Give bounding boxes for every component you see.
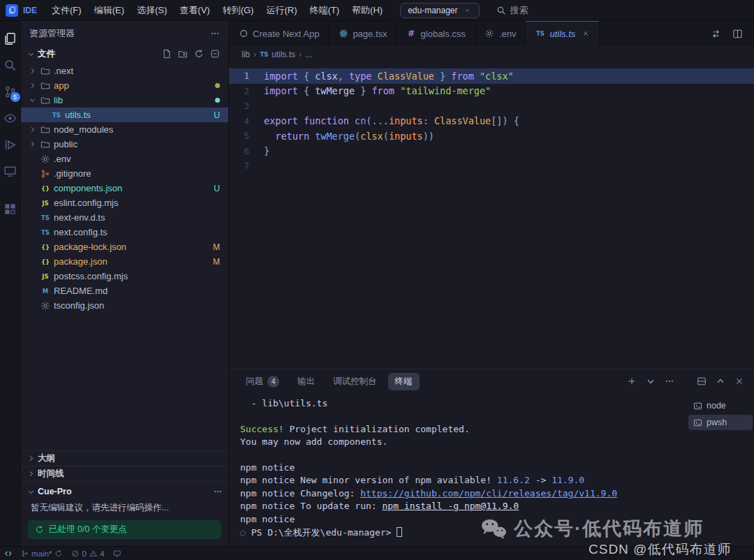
json-icon: {} [40,185,51,192]
panel-tab-output[interactable]: 输出 [290,373,322,390]
tree-item-lib[interactable]: lib [21,93,228,108]
sidebar-title: 资源管理器 [29,27,75,40]
remote-indicator[interactable] [4,550,13,558]
terminal-instance-node[interactable]: node [688,398,753,413]
tree-item-readme-md[interactable]: MREADME.md [21,283,228,298]
activity-run-debug[interactable] [0,133,21,157]
panel-tab-debug-console[interactable]: 调试控制台 [326,373,384,390]
project-selector[interactable]: edu-manager [400,3,479,18]
refresh-icon[interactable] [194,49,204,59]
remote-explorer-icon [3,165,17,178]
code-editor[interactable]: 1import { clsx, type ClassValue } from "… [229,63,754,369]
tree-item-app[interactable]: app [21,78,228,93]
close-icon[interactable] [582,29,590,38]
menu-go[interactable]: 转到(G) [216,3,260,18]
app-logo[interactable] [6,4,18,17]
code-line-7[interactable]: 7 [229,159,754,174]
menu-terminal[interactable]: 终端(T) [303,3,346,18]
global-search[interactable]: 搜索 [496,4,528,17]
git-status-badge: M [213,257,220,267]
tree-item-gitignore[interactable]: .gitignore [21,166,228,181]
files-section-header[interactable]: 文件 [21,45,228,62]
more-icon[interactable] [665,376,674,386]
compare-changes-icon[interactable] [711,29,721,39]
breadcrumb-item[interactable]: TSutils.ts [260,50,295,59]
activity-preview[interactable] [0,106,21,131]
terminal-instance-pwsh[interactable]: pwsh [688,415,753,430]
tree-item-tsconfig-json[interactable]: tsconfig.json [21,298,228,313]
tree-item-env[interactable]: .env [21,152,228,166]
preview-icon [238,29,249,38]
branch-indicator[interactable]: main* [21,550,63,558]
new-folder-icon[interactable] [178,49,188,59]
sidebar-section-item[interactable]: 时间线 [21,466,228,481]
terminal-line: npm notice [240,462,687,475]
split-terminal-icon[interactable] [697,376,707,386]
tree-item-postcss-config-mjs[interactable]: JSpostcss.config.mjs [21,269,228,283]
new-file-icon[interactable] [162,49,172,59]
new-terminal-icon[interactable] [627,376,637,386]
panel-tab-problems[interactable]: 问题4 [239,373,286,390]
chevron-right-icon [28,140,37,148]
menu-edit[interactable]: 编辑(E) [88,3,131,18]
tab-page-tsx[interactable]: page.tsx [329,21,397,46]
code-line-6[interactable]: 6} [229,144,754,159]
code-line-2[interactable]: 2import { twMerge } from "tailwind-merge… [229,84,754,99]
activity-source-control[interactable]: 5 [0,80,21,104]
tree-item-public[interactable]: public [21,137,228,152]
more-icon[interactable] [210,29,220,38]
tree-item-utils-ts[interactable]: TSutils.tsU [21,108,228,122]
collapse-all-icon[interactable] [210,49,220,59]
activity-remote-explorer[interactable] [0,159,21,184]
wechat-icon [480,517,507,540]
split-editor-icon[interactable] [732,29,743,39]
activity-search[interactable] [0,53,21,78]
tab-create-next-app[interactable]: Create Next App [229,21,329,46]
breadcrumb-item[interactable]: ... [305,50,312,59]
menu-selection[interactable]: 选择(S) [131,3,173,18]
sidebar-section-item[interactable]: 大纲 [21,450,228,466]
panel-header: 问题4输出调试控制台终端 [229,369,754,393]
tabbar-actions [700,21,754,46]
tree-item-next-config-ts[interactable]: TSnext.config.ts [21,225,228,240]
tab-globals-css[interactable]: #globals.css [397,21,475,46]
tree-item-components-json[interactable]: {}components.jsonU [21,181,228,196]
cue-pro-header[interactable]: Cue-Pro [21,482,228,501]
terminal-dropdown-icon[interactable] [646,376,656,386]
menu-help[interactable]: 帮助(H) [346,3,389,18]
activity-extensions[interactable] [0,197,21,221]
code-line-1[interactable]: 1import { clsx, type ClassValue } from "… [229,68,754,84]
panel-tab-terminal[interactable]: 终端 [388,373,420,390]
code-line-3[interactable]: 3 [229,98,754,114]
warning-icon [89,550,98,558]
menu-run[interactable]: 运行(R) [260,3,303,18]
tree-item-eslint-config-mjs[interactable]: JSeslint.config.mjs [21,196,228,210]
tab-utils-ts[interactable]: TSutils.ts [526,21,600,46]
tree-item-next[interactable]: .next [21,64,228,78]
problems-count-badge: 4 [267,376,279,388]
line-number: 6 [229,146,264,156]
tab-env[interactable]: .env [475,21,526,46]
breadcrumb-item[interactable]: lib [242,50,250,59]
screencast-indicator[interactable] [113,550,121,558]
gear-icon [40,154,51,164]
tree-item-next-env-d-ts[interactable]: TSnext-env.d.ts [21,210,228,225]
chevron-right-icon [28,126,37,133]
code-line-4[interactable]: 4export function cn(...inputs: ClassValu… [229,114,754,129]
tree-item-package-json[interactable]: {}package.jsonM [21,254,228,269]
menu-view[interactable]: 查看(V) [173,3,216,18]
close-panel-icon[interactable] [734,376,744,386]
sync-icon [54,550,63,558]
code-line-5[interactable]: 5 return twMerge(clsx(inputs)) [229,128,754,144]
tree-item-package-lock-json[interactable]: {}package-lock.jsonM [21,240,228,254]
activity-explorer[interactable] [0,27,21,51]
watermark-wechat: 公众号·低代码布道师 [480,516,704,541]
logo-icon [8,4,16,17]
cue-pro-status[interactable]: 已处理 0/0 个变更点 [28,520,221,539]
tree-item-node-modules[interactable]: node_modules [21,122,228,137]
more-icon[interactable] [213,487,223,496]
maximize-panel-icon[interactable] [716,376,725,386]
problems-indicator[interactable]: 0 4 [71,550,105,558]
terminal-line: Success! Project initialization complete… [240,424,687,436]
menu-file[interactable]: 文件(F) [45,3,88,18]
